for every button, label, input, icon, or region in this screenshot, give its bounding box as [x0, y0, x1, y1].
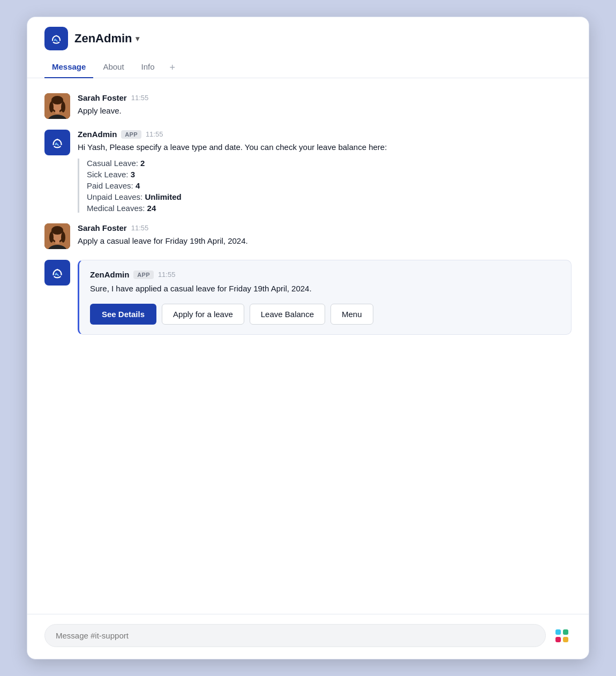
- tab-info[interactable]: Info: [134, 58, 162, 79]
- svg-point-5: [61, 102, 65, 112]
- timestamp: 11:55: [146, 130, 163, 138]
- message-row: ZenAdmin APP 11:55 Sure, I have applied …: [44, 260, 572, 334]
- message-text: Sure, I have applied a casual leave for …: [90, 282, 560, 295]
- leave-balance-button[interactable]: Leave Balance: [250, 304, 325, 325]
- list-item: Sick Leave: 3: [87, 170, 572, 179]
- tab-add-button[interactable]: +: [164, 58, 181, 78]
- svg-rect-16: [555, 629, 561, 635]
- tab-bar: Message About Info +: [44, 58, 572, 78]
- svg-point-11: [51, 226, 63, 235]
- sender-name: ZenAdmin: [78, 130, 117, 139]
- list-item: Unpaid Leaves: Unlimited: [87, 192, 572, 201]
- apply-for-leave-button[interactable]: Apply for a leave: [162, 304, 244, 325]
- message-content: Sarah Foster 11:55 Apply a casual leave …: [78, 223, 572, 247]
- message-content: ZenAdmin APP 11:55 Hi Yash, Please speci…: [78, 130, 572, 213]
- message-text: Apply a casual leave for Friday 19th Apr…: [78, 235, 572, 247]
- app-name-label: ZenAdmin ▾: [74, 32, 139, 46]
- svg-point-4: [49, 102, 54, 112]
- slack-icon: [552, 626, 572, 645]
- list-item: Casual Leave: 2: [87, 159, 572, 168]
- avatar: [44, 223, 70, 249]
- app-window: ZenAdmin ▾ Message About Info +: [27, 17, 589, 659]
- timestamp: 11:55: [158, 271, 176, 279]
- bot-avatar: [44, 130, 70, 155]
- app-badge: APP: [133, 271, 154, 279]
- sender-name: ZenAdmin: [90, 270, 129, 279]
- svg-rect-7: [55, 109, 59, 114]
- tab-message[interactable]: Message: [44, 58, 93, 79]
- list-item: Paid Leaves: 4: [87, 181, 572, 190]
- message-card: ZenAdmin APP 11:55 Sure, I have applied …: [78, 260, 572, 334]
- message-input[interactable]: [44, 624, 546, 647]
- message-row: ZenAdmin APP 11:55 Hi Yash, Please speci…: [44, 130, 572, 213]
- see-details-button[interactable]: See Details: [90, 304, 156, 325]
- sender-name: Sarah Foster: [78, 223, 127, 232]
- timestamp: 11:55: [131, 224, 149, 232]
- svg-rect-18: [555, 637, 561, 642]
- action-buttons: See Details Apply for a leave Leave Bala…: [90, 304, 560, 325]
- leave-balance-block: Casual Leave: 2 Sick Leave: 3 Paid Leave…: [78, 159, 572, 213]
- bot-avatar: [44, 260, 70, 286]
- input-bar: [27, 614, 589, 659]
- message-text: Hi Yash, Please specify a leave type and…: [78, 141, 572, 153]
- message-row: Sarah Foster 11:55 Apply a casual leave …: [44, 223, 572, 249]
- svg-point-13: [61, 232, 65, 243]
- app-logo: [44, 27, 68, 50]
- list-item: Medical Leaves: 24: [87, 204, 572, 213]
- svg-rect-19: [563, 637, 568, 642]
- menu-button[interactable]: Menu: [330, 304, 373, 325]
- timestamp: 11:55: [131, 94, 149, 102]
- sender-name: Sarah Foster: [78, 93, 127, 102]
- svg-point-12: [49, 232, 54, 243]
- svg-point-3: [51, 96, 63, 104]
- avatar: [44, 93, 70, 119]
- svg-rect-17: [563, 629, 568, 635]
- chevron-down-icon[interactable]: ▾: [136, 34, 139, 43]
- header: ZenAdmin ▾ Message About Info +: [27, 17, 589, 78]
- message-text: Apply leave.: [78, 104, 572, 117]
- tab-about[interactable]: About: [95, 58, 131, 79]
- app-badge: APP: [121, 130, 141, 139]
- chat-area: Sarah Foster 11:55 Apply leave. ZenAdmin: [27, 78, 589, 614]
- svg-rect-15: [55, 239, 59, 244]
- message-content: ZenAdmin APP 11:55 Sure, I have applied …: [78, 260, 572, 334]
- message-row: Sarah Foster 11:55 Apply leave.: [44, 93, 572, 119]
- message-content: Sarah Foster 11:55 Apply leave.: [78, 93, 572, 117]
